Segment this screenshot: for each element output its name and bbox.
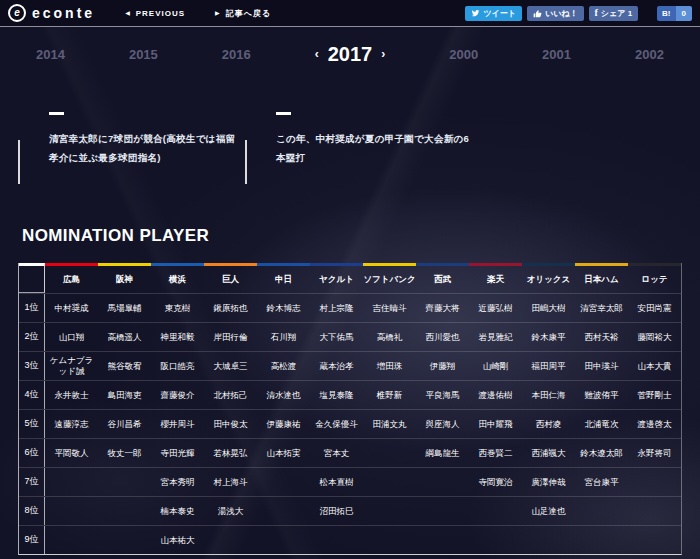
rank-cell: 1位 <box>19 294 45 322</box>
back-to-article-label: 記事へ戻る <box>226 8 271 19</box>
player-cell: 安田尚憲 <box>628 294 681 322</box>
team-header: 横浜 <box>151 263 204 293</box>
player-cell: 増田珠 <box>363 352 416 380</box>
table-row: 7位宮本秀明村上海斗松本直樹寺岡寛治廣澤伸哉宮台康平 <box>19 467 681 496</box>
player-cell: 西村天裕 <box>575 323 628 351</box>
facebook-icon: f <box>595 8 598 18</box>
player-cell: 馬場皐輔 <box>98 294 151 322</box>
player-cell <box>257 468 310 496</box>
active-year-label: 2017 <box>328 43 373 66</box>
player-cell <box>45 468 98 496</box>
player-cell: 綱島龍生 <box>416 439 469 467</box>
player-cell <box>98 497 151 525</box>
note-block-2: この年、中村奨成が夏の甲子園で大会新の6本塁打 <box>245 112 472 167</box>
player-cell <box>257 526 310 554</box>
player-cell: 清宮幸太郎 <box>575 294 628 322</box>
team-header: 西武 <box>416 263 469 293</box>
player-cell <box>363 497 416 525</box>
rank-cell: 8位 <box>19 497 45 525</box>
player-cell: 牧丈一郎 <box>98 439 151 467</box>
player-cell: ケムナブラッド誠 <box>45 352 98 380</box>
social-buttons: ツイート いいね！ f シェア 1 B! 0 <box>465 6 692 21</box>
player-cell: 藤岡裕大 <box>628 323 681 351</box>
player-cell: 島田海吏 <box>98 381 151 409</box>
left-triangle-icon: ◀ <box>125 10 131 16</box>
player-cell <box>469 526 522 554</box>
player-cell: 中村奨成 <box>45 294 98 322</box>
table-row: 6位平岡敬人牧丈一郎寺田光輝若林晃弘山本拓実宮本丈綱島龍生西巻賢二西浦颯大鈴木遼… <box>19 438 681 467</box>
year-tab-2000[interactable]: 2000 <box>449 47 478 62</box>
previous-link[interactable]: ◀ PREVIOUS <box>125 9 185 18</box>
player-cell: 北浦竜次 <box>575 410 628 438</box>
player-cell: 近藤弘樹 <box>469 294 522 322</box>
player-cell: 平良海馬 <box>416 381 469 409</box>
facebook-share-button[interactable]: f シェア 1 <box>589 6 639 21</box>
team-header: 阪神 <box>98 263 151 293</box>
team-header: 楽天 <box>469 263 522 293</box>
player-cell <box>416 497 469 525</box>
like-button[interactable]: いいね！ <box>527 6 584 21</box>
rank-cell: 5位 <box>19 410 45 438</box>
player-cell: 宮台康平 <box>575 468 628 496</box>
prev-year-arrow-icon[interactable]: ‹ <box>315 48 319 60</box>
table-row: 8位楠本泰史湯浅大沼田拓巳山足達也 <box>19 496 681 525</box>
player-cell: 阪口皓亮 <box>151 352 204 380</box>
logo-text: econte <box>32 5 95 21</box>
econte-logo-icon: e <box>8 4 26 22</box>
player-cell: 大城卓三 <box>204 352 257 380</box>
econte-logo[interactable]: e econte <box>8 4 95 22</box>
player-cell: 宮本丈 <box>310 439 363 467</box>
player-cell: 山口翔 <box>45 323 98 351</box>
player-cell <box>628 497 681 525</box>
player-cell: 永井敦士 <box>45 381 98 409</box>
player-cell: 菅野剛士 <box>628 381 681 409</box>
page: e econte ◀ PREVIOUS ▶ 記事へ戻る ツイート いいね！ f … <box>0 0 700 559</box>
player-cell <box>416 526 469 554</box>
player-cell: 齋藤俊介 <box>151 381 204 409</box>
player-cell: 神里和毅 <box>151 323 204 351</box>
topbar: e econte ◀ PREVIOUS ▶ 記事へ戻る ツイート いいね！ f … <box>0 0 700 27</box>
player-cell: 鈴木康平 <box>522 323 575 351</box>
rank-cell: 3位 <box>19 352 45 380</box>
team-header: オリックス <box>522 263 575 293</box>
player-cell: 寺岡寛治 <box>469 468 522 496</box>
player-cell <box>575 497 628 525</box>
year-tab-2002[interactable]: 2002 <box>635 47 664 62</box>
dash-icon <box>276 112 291 115</box>
rank-cell: 6位 <box>19 439 45 467</box>
year-tab-2015[interactable]: 2015 <box>129 47 158 62</box>
player-cell: 渡邊佑樹 <box>469 381 522 409</box>
player-cell: 岩見雅紀 <box>469 323 522 351</box>
player-cell <box>45 526 98 554</box>
player-cell: 村上海斗 <box>204 468 257 496</box>
rank-cell: 7位 <box>19 468 45 496</box>
team-header: 日本ハム <box>575 263 628 293</box>
year-tab-2014[interactable]: 2014 <box>36 47 65 62</box>
player-cell: 田中瑛斗 <box>575 352 628 380</box>
player-cell: 伊藤翔 <box>416 352 469 380</box>
table-row: 2位山口翔高橋遥人神里和毅岸田行倫石川翔大下佑馬高橋礼西川愛也岩見雅紀鈴木康平西… <box>19 322 681 351</box>
hatena-bookmark-button[interactable]: B! 0 <box>657 6 692 21</box>
rank-cell: 2位 <box>19 323 45 351</box>
notes-row: 清宮幸太郎に7球団が競合(高校生では福留孝介に並ぶ最多球団指名) この年、中村奨… <box>18 112 472 167</box>
player-cell: 山崎剛 <box>469 352 522 380</box>
player-cell: 山本大貴 <box>628 352 681 380</box>
team-header: ソフトバンク <box>363 263 416 293</box>
player-cell <box>363 439 416 467</box>
player-cell: 鍬原拓也 <box>204 294 257 322</box>
back-to-article-link[interactable]: ▶ 記事へ戻る <box>215 8 271 19</box>
player-cell <box>469 497 522 525</box>
player-cell: 西村凌 <box>522 410 575 438</box>
player-cell: 平岡敬人 <box>45 439 98 467</box>
tweet-button[interactable]: ツイート <box>465 6 522 21</box>
player-cell: 伊藤康祐 <box>257 410 310 438</box>
player-cell: 與座海人 <box>416 410 469 438</box>
player-cell: 谷川昌希 <box>98 410 151 438</box>
year-tab-2016[interactable]: 2016 <box>222 47 251 62</box>
page-title: NOMINATION PLAYER <box>22 226 209 246</box>
next-year-arrow-icon[interactable]: › <box>381 48 385 60</box>
year-tab-2001[interactable]: 2001 <box>542 47 571 62</box>
table-row: 4位永井敦士島田海吏齋藤俊介北村拓己清水達也塩見泰隆椎野新平良海馬渡邊佑樹本田仁… <box>19 380 681 409</box>
year-tab-2017[interactable]: ‹ 2017 › <box>315 43 386 66</box>
player-cell: 田嶋大樹 <box>522 294 575 322</box>
